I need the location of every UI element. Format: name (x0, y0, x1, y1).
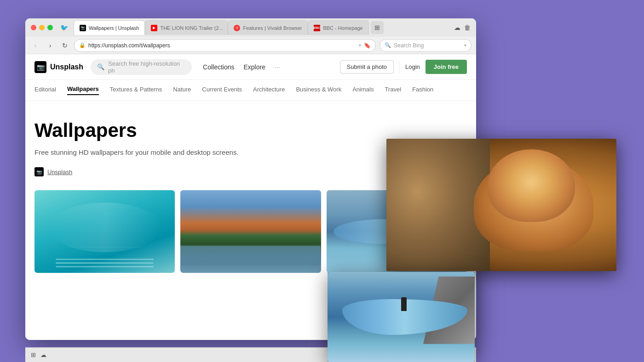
tab-fashion[interactable]: Fashion (412, 86, 433, 95)
photo-item-ocean[interactable] (34, 190, 175, 273)
url-field[interactable]: 🔒 https://unsplash.com/t/wallpapers ▾ 🔖 (74, 39, 376, 52)
unsplash-brand-name: Unsplash (50, 63, 83, 71)
surfer-video-content (328, 272, 475, 362)
title-bar-actions: ☁ 🗑 (454, 24, 471, 31)
unsplash-logo-icon: 📷 (34, 61, 46, 73)
lion-king-video-popup[interactable] (386, 139, 616, 271)
forward-button[interactable]: › (45, 40, 56, 51)
photo-item-mountain[interactable] (180, 190, 321, 273)
nav-divider (399, 61, 400, 74)
nav-links: Collections Explore ··· (203, 63, 280, 71)
tab-unsplash[interactable]: 📷 Wallpapers | Unsplash (74, 20, 145, 35)
maximize-button[interactable] (47, 25, 53, 30)
search-bing-box[interactable]: 🔍 Search Bing ▾ (380, 39, 472, 52)
login-button[interactable]: Login (405, 63, 420, 70)
tab-wallpapers[interactable]: Wallpapers (67, 85, 99, 95)
url-dropdown-icon[interactable]: ▾ (359, 43, 361, 48)
new-tab-button[interactable]: ⊞ (371, 21, 384, 34)
tab-bbc[interactable]: BBC BBC - Homepage (308, 20, 368, 35)
tab-vivaldi[interactable]: V Features | Vivaldi Browser (228, 20, 308, 35)
bottom-icon-1[interactable]: ⊞ (31, 351, 36, 358)
title-bar: 🐦 📷 Wallpapers | Unsplash ▶ THE LION KIN… (25, 18, 476, 37)
category-tabs: Editorial Wallpapers Textures & Patterns… (25, 80, 476, 101)
trash-icon[interactable]: 🗑 (464, 24, 471, 31)
join-free-button[interactable]: Join free (426, 60, 467, 74)
tab-label-vivaldi: Features | Vivaldi Browser (243, 25, 302, 31)
tab-favicon-bbc: BBC (314, 25, 320, 31)
cloud-icon[interactable]: ☁ (454, 24, 460, 31)
page-description: Free stunning HD wallpapers for your mob… (34, 147, 264, 158)
tab-favicon-youtube: ▶ (151, 25, 157, 31)
close-button[interactable] (31, 25, 36, 30)
back-button[interactable]: ‹ (30, 40, 41, 51)
tab-textures-patterns[interactable]: Textures & Patterns (110, 86, 162, 95)
tab-travel[interactable]: Travel (385, 86, 401, 95)
nav-explore[interactable]: Explore (244, 63, 265, 71)
unsplash-search-box[interactable]: 🔍 Search free high-resolution ph (91, 59, 192, 75)
unsplash-navbar: 📷 Unsplash 🔍 Search free high-resolution… (25, 54, 476, 80)
author-icon: 📷 (34, 167, 44, 176)
submit-photo-button[interactable]: Submit a photo (340, 60, 394, 74)
tabs-bar: 📷 Wallpapers | Unsplash ▶ THE LION KING … (74, 20, 450, 35)
surfer-video-popup[interactable] (328, 272, 475, 362)
search-input-placeholder: Search free high-resolution ph (108, 60, 185, 74)
tab-editorial[interactable]: Editorial (34, 86, 56, 95)
tab-current-events[interactable]: Current Events (202, 86, 242, 95)
url-text: https://unsplash.com/t/wallpapers (88, 42, 356, 49)
tab-nature[interactable]: Nature (173, 86, 191, 95)
search-bing-dropdown-icon[interactable]: ▾ (464, 43, 466, 48)
bottom-cloud-icon[interactable]: ☁ (40, 351, 46, 358)
page-title: Wallpapers (34, 119, 467, 141)
tab-favicon-unsplash: 📷 (80, 25, 86, 31)
nav-more-icon[interactable]: ··· (275, 63, 280, 71)
tab-favicon-vivaldi: V (234, 25, 240, 31)
tab-business-work[interactable]: Business & Work (296, 86, 341, 95)
traffic-lights (31, 25, 53, 30)
tab-animals[interactable]: Animals (352, 86, 374, 95)
minimize-button[interactable] (39, 25, 45, 30)
nav-actions: Submit a photo Login Join free (340, 60, 467, 74)
lion-cub-face (488, 149, 575, 222)
search-bing-placeholder: Search Bing (394, 42, 424, 49)
reload-button[interactable]: ↻ (59, 40, 70, 51)
unsplash-logo[interactable]: 📷 Unsplash (34, 61, 83, 73)
tab-label-bbc: BBC - Homepage (323, 25, 362, 31)
url-bar-row: ‹ › ↻ 🔒 https://unsplash.com/t/wallpaper… (25, 37, 476, 54)
ssl-lock-icon: 🔒 (79, 42, 86, 48)
video-content (386, 139, 616, 271)
tab-label-lion-king: THE LION KING Trailer (2... (160, 25, 223, 31)
search-icon: 🔍 (97, 63, 104, 70)
tab-lion-king[interactable]: ▶ THE LION KING Trailer (2... (145, 20, 228, 35)
bookmark-icon[interactable]: 🔖 (364, 42, 371, 49)
tab-architecture[interactable]: Architecture (253, 86, 285, 95)
search-bing-icon: 🔍 (385, 42, 391, 48)
tab-label-unsplash: Wallpapers | Unsplash (89, 25, 139, 31)
surfer-figure (401, 297, 407, 311)
nav-collections[interactable]: Collections (203, 63, 234, 71)
author-link[interactable]: Unsplash (47, 169, 72, 175)
twitter-icon: 🐦 (60, 24, 68, 31)
